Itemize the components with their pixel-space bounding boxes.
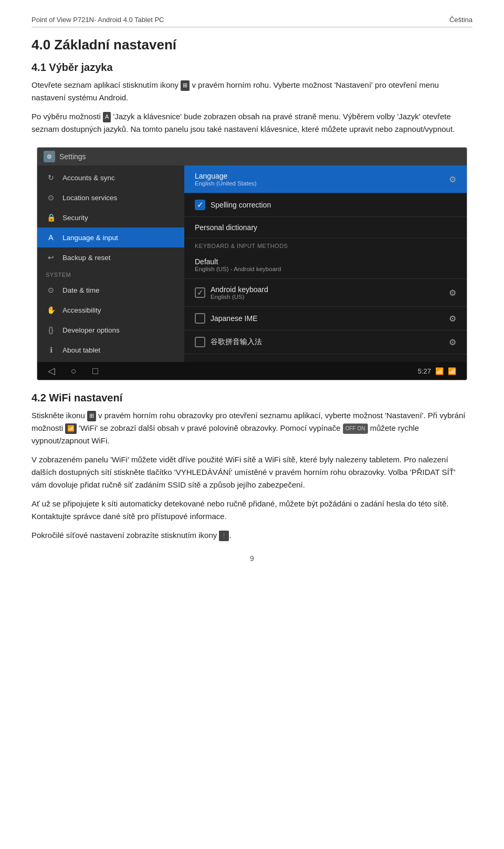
default-keyboard-sub: English (US) - Android keyboard (195, 266, 281, 272)
lang-icon: A (103, 112, 111, 122)
wifi-status-icon: 📶 (435, 367, 444, 375)
location-icon: ⊙ (46, 192, 56, 203)
personal-dict-title: Personal dictionary (195, 223, 257, 232)
wifi2-icon: 📶 (65, 423, 77, 434)
japanese-ime-left: Japanese IME (195, 313, 258, 324)
language-item[interactable]: Language English (United States) ⚙ (184, 165, 467, 193)
android-keyboard-text: Android keyboard English (US) (211, 285, 268, 300)
spelling-item-left: ✓ Spelling correction (195, 200, 271, 210)
android-keyboard-item[interactable]: ✓ Android keyboard English (US) ⚙ (184, 279, 467, 307)
language-icon: A (46, 232, 56, 243)
header-bar: Point of View P721N- Android 4.0 Tablet … (32, 16, 472, 27)
grid2-icon: ⊞ (87, 411, 96, 421)
datetime-icon: ⊙ (46, 285, 56, 295)
section1-title: 4.0 Základní nastavení (32, 37, 472, 53)
android-keyboard-title: Android keyboard (211, 285, 268, 294)
sidebar-item-accounts-label: Accounts & sync (62, 174, 115, 182)
section1-paragraph2: Po výběru možnosti A 'Jazyk a klávesnice… (32, 110, 472, 136)
screenshot-titlebar-label: Settings (59, 152, 86, 161)
japanese-ime-item[interactable]: Japanese IME ⚙ (184, 307, 467, 330)
chinese-input-check (195, 337, 205, 347)
grid-icon: ⊞ (181, 80, 190, 91)
section2-paragraph1: Stiskněte ikonu ⊞ v pravém horním rohu o… (32, 409, 472, 447)
security-icon: 🔒 (46, 212, 56, 223)
screenshot-body: ↻ Accounts & sync ⊙ Location services 🔒 … (37, 165, 467, 362)
language-item-sub: English (United States) (195, 180, 257, 187)
chinese-input-left: 谷歌拼音输入法 (195, 337, 262, 347)
sidebar-item-location-label: Location services (62, 194, 117, 202)
personal-dictionary-item[interactable]: Personal dictionary (184, 217, 467, 239)
sidebar-item-accessibility-label: Accessibility (62, 306, 101, 314)
chinese-input-item[interactable]: 谷歌拼音输入法 ⚙ (184, 330, 467, 354)
sidebar-item-security-label: Security (62, 214, 88, 222)
about-icon: ℹ (46, 345, 56, 355)
system-section-label: SYSTEM (37, 267, 184, 280)
section1-subsection-title: 4.1 Výběr jazyka (32, 61, 472, 74)
section2-paragraph2: V zobrazeném panelu 'WiFi' můžete vidět … (32, 453, 472, 491)
section2-title: 4.2 WiFi nastavení (32, 392, 472, 404)
japanese-ime-title: Japanese IME (211, 314, 258, 323)
android-nav-icons: ◁ ○ □ (48, 365, 98, 377)
sidebar-item-about-label: About tablet (62, 346, 100, 354)
header-left: Point of View P721N- Android 4.0 Tablet … (32, 16, 164, 24)
screenshot-titlebar: ⚙ Settings (37, 148, 467, 165)
sidebar-item-security[interactable]: 🔒 Security (37, 208, 184, 227)
developer-icon: {} (46, 325, 56, 335)
android-bottom-bar: ◁ ○ □ 5:27 📶 📶 (37, 362, 467, 380)
default-keyboard-item[interactable]: Default English (US) - Android keyboard (184, 251, 467, 279)
sidebar-item-datetime[interactable]: ⊙ Date & time (37, 280, 184, 300)
language-adjust-icon: ⚙ (449, 174, 456, 184)
back-nav-icon[interactable]: ◁ (48, 365, 55, 377)
settings-right-panel: Language English (United States) ⚙ ✓ Spe… (184, 165, 467, 362)
more-icon: ⋮ (219, 531, 229, 541)
accounts-icon: ↻ (46, 172, 56, 183)
section1-paragraph1: Otevřete seznam aplikací stisknutím ikon… (32, 79, 472, 104)
android-keyboard-sub: English (US) (211, 294, 268, 300)
chinese-input-adjust-icon: ⚙ (449, 337, 456, 347)
japanese-ime-check (195, 313, 205, 324)
sidebar-item-language[interactable]: A Language & input (37, 227, 184, 247)
backup-icon: ↩ (46, 252, 56, 263)
android-keyboard-check: ✓ (195, 287, 205, 298)
section2-paragraph4: Pokročilé síťové nastavení zobrazíte sti… (32, 529, 472, 542)
spelling-item-title: Spelling correction (211, 201, 271, 209)
sidebar-item-developer[interactable]: {} Developer options (37, 320, 184, 340)
settings-app-icon: ⚙ (44, 151, 55, 162)
android-time: 5:27 (418, 367, 431, 375)
header-right: Čeština (449, 16, 472, 24)
sidebar-item-accounts[interactable]: ↻ Accounts & sync (37, 168, 184, 188)
settings-screenshot: ⚙ Settings ↻ Accounts & sync ⊙ Location … (37, 147, 467, 380)
sidebar-item-backup[interactable]: ↩ Backup & reset (37, 247, 184, 267)
default-keyboard-title: Default (195, 257, 281, 266)
signal-status-icon: 📶 (448, 367, 456, 375)
settings-sidebar: ↻ Accounts & sync ⊙ Location services 🔒 … (37, 165, 184, 362)
spelling-correction-item[interactable]: ✓ Spelling correction (184, 193, 467, 217)
sidebar-item-language-label: Language & input (62, 234, 118, 242)
page-number: 9 (32, 554, 472, 563)
sidebar-item-developer-label: Developer options (62, 326, 120, 334)
android-keyboard-left: ✓ Android keyboard English (US) (195, 285, 268, 300)
sidebar-item-backup-label: Backup & reset (62, 254, 111, 262)
sidebar-item-datetime-label: Date & time (62, 286, 100, 294)
default-keyboard-text: Default English (US) - Android keyboard (195, 257, 281, 272)
language-item-title: Language (195, 172, 257, 180)
android-keyboard-adjust-icon: ⚙ (449, 288, 456, 298)
accessibility-icon: ✋ (46, 305, 56, 315)
spelling-check-icon: ✓ (195, 200, 205, 210)
home-nav-icon[interactable]: ○ (71, 366, 77, 377)
sidebar-item-about[interactable]: ℹ About tablet (37, 340, 184, 360)
toggle-off-on-icon: OFF ON (343, 423, 368, 434)
sidebar-item-accessibility[interactable]: ✋ Accessibility (37, 300, 184, 320)
sidebar-item-location[interactable]: ⊙ Location services (37, 188, 184, 208)
page: Point of View P721N- Android 4.0 Tablet … (0, 0, 504, 584)
section2-paragraph3: Ať už se připojujete k síti automaticky … (32, 498, 472, 523)
android-status-right: 5:27 📶 📶 (418, 367, 456, 375)
recents-nav-icon[interactable]: □ (92, 366, 98, 377)
japanese-ime-adjust-icon: ⚙ (449, 314, 456, 324)
language-item-text: Language English (United States) (195, 172, 257, 187)
chinese-input-title: 谷歌拼音输入法 (211, 337, 262, 347)
keyboard-section-label: KEYBOARD & INPUT METHODS (184, 239, 467, 251)
